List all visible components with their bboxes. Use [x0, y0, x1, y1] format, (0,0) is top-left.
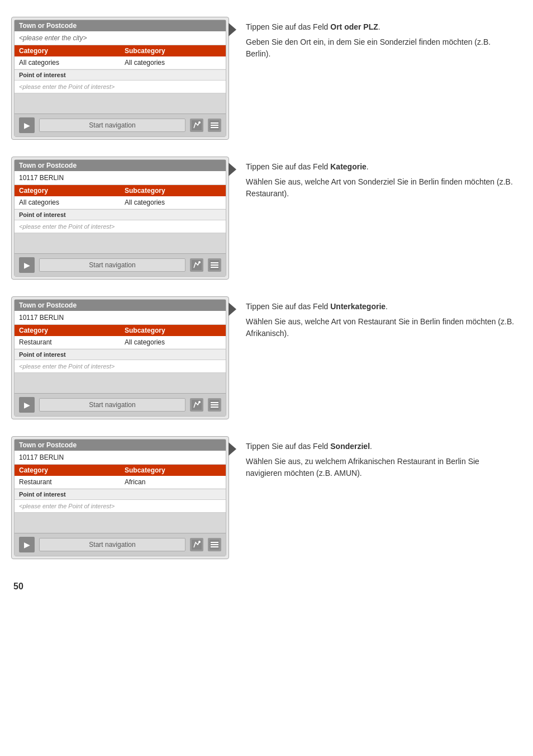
svg-rect-23: [211, 546, 218, 547]
cat-header-row-3: Category Subcategory: [15, 325, 226, 336]
cat-header-row-1: Category Subcategory: [15, 45, 226, 56]
category-value-3[interactable]: Restaurant: [15, 336, 120, 349]
svg-rect-16: [211, 404, 218, 405]
subcategory-header-3: Subcategory: [120, 325, 226, 336]
instruction-row-4: Town or Postcode 10117 BERLIN Category S…: [11, 436, 522, 559]
desc-panel-2: Tippen Sie auf das Feld Kategorie. Wähle…: [240, 157, 522, 207]
desc-panel-4: Tippen Sie auf das Feld Sonderziel. Wähl…: [240, 436, 522, 487]
form-4: Town or Postcode 10117 BERLIN Category S…: [14, 439, 226, 556]
town-postcode-label-3: Town or Postcode: [15, 300, 226, 311]
device-screen-2: Town or Postcode 10117 BERLIN Category S…: [14, 159, 226, 277]
bottom-bar-4: ▶ Start navigation: [15, 533, 226, 556]
town-value-4[interactable]: 10117 BERLIN: [15, 451, 226, 465]
poi-label-1: Point of interest: [15, 69, 226, 81]
svg-rect-11: [211, 267, 218, 268]
device-screen-1: Town or Postcode <please enter the city>…: [14, 20, 226, 137]
device-panel-1: Town or Postcode <please enter the city>…: [11, 17, 229, 140]
poi-input-4[interactable]: <please enter the Point of interest>: [15, 500, 226, 513]
svg-rect-9: [211, 262, 218, 263]
map-icon-2: [190, 258, 203, 272]
desc-text-2: Tippen Sie auf das Feld Kategorie.: [246, 161, 516, 173]
desc-body-4: Wählen Sie aus, zu welchem Afrikanischen…: [246, 456, 516, 479]
category-header-1: Category: [15, 45, 120, 56]
cat-header-row-4: Category Subcategory: [15, 465, 226, 476]
device-screen-3: Town or Postcode 10117 BERLIN Category S…: [14, 299, 226, 417]
svg-point-19: [198, 541, 201, 543]
cat-value-row-3: Restaurant All categories: [15, 336, 226, 349]
nav-arrow-icon-2: ▶: [19, 257, 35, 273]
field-name-2: Kategorie: [330, 162, 367, 171]
list-icon-3: [208, 398, 221, 412]
svg-point-7: [198, 261, 201, 263]
cat-value-row-1: All categories All categories: [15, 56, 226, 69]
instruction-row-1: Town or Postcode <please enter the city>…: [11, 17, 522, 140]
category-value-1[interactable]: All categories: [15, 56, 120, 69]
desc-text-3: Tippen Sie auf das Feld Unterkategorie.: [246, 301, 516, 313]
svg-rect-17: [211, 407, 218, 408]
subcategory-value-2[interactable]: All categories: [120, 196, 226, 209]
subcategory-header-4: Subcategory: [120, 465, 226, 476]
desc-text-1: Tippen Sie auf das Feld Ort oder PLZ.: [246, 21, 516, 33]
list-icon-2: [208, 258, 221, 272]
field-name-1: Ort oder PLZ: [330, 22, 378, 31]
device-panel-4: Town or Postcode 10117 BERLIN Category S…: [11, 436, 229, 559]
nav-arrow-icon-1: ▶: [19, 117, 35, 133]
subcategory-header-2: Subcategory: [120, 185, 226, 196]
svg-rect-15: [211, 402, 218, 403]
device-screen-4: Town or Postcode 10117 BERLIN Category S…: [14, 439, 226, 556]
category-header-3: Category: [15, 325, 120, 336]
town-value-2[interactable]: 10117 BERLIN: [15, 171, 226, 185]
instruction-row-3: Town or Postcode 10117 BERLIN Category S…: [11, 296, 522, 419]
instruction-row-2: Town or Postcode 10117 BERLIN Category S…: [11, 157, 522, 280]
town-value-3[interactable]: 10117 BERLIN: [15, 311, 226, 325]
subcategory-value-3[interactable]: All categories: [120, 336, 226, 349]
category-header-4: Category: [15, 465, 120, 476]
bottom-bar-1: ▶ Start navigation: [15, 114, 226, 136]
page-number: 50: [13, 582, 23, 591]
form-3: Town or Postcode 10117 BERLIN Category S…: [14, 299, 226, 417]
list-icon-4: [208, 538, 221, 551]
category-value-2[interactable]: All categories: [15, 196, 120, 209]
field-name-4: Sonderziel: [330, 442, 370, 451]
poi-input-1[interactable]: <please enter the Point of interest>: [15, 81, 226, 93]
field-name-3: Unterkategorie: [330, 302, 386, 311]
form-1: Town or Postcode <please enter the city>…: [14, 20, 226, 137]
cat-header-row-2: Category Subcategory: [15, 185, 226, 196]
svg-rect-3: [211, 122, 218, 124]
town-input-placeholder-1[interactable]: <please enter the city>: [15, 31, 226, 45]
svg-rect-10: [211, 264, 218, 266]
device-panel-3: Town or Postcode 10117 BERLIN Category S…: [11, 296, 229, 419]
town-postcode-label-2: Town or Postcode: [15, 160, 226, 171]
category-value-4[interactable]: Restaurant: [15, 476, 120, 489]
cat-value-row-2: All categories All categories: [15, 196, 226, 209]
subcategory-value-4[interactable]: African: [120, 476, 226, 489]
desc-body-3: Wählen Sie aus, welche Art von Restauran…: [246, 316, 516, 339]
category-header-2: Category: [15, 185, 120, 196]
desc-body-1: Geben Sie den Ort ein, in dem Sie ein So…: [246, 36, 516, 60]
town-postcode-label-1: Town or Postcode: [15, 20, 226, 31]
svg-point-1: [198, 121, 201, 124]
poi-label-3: Point of interest: [15, 349, 226, 360]
nav-arrow-icon-4: ▶: [19, 537, 35, 552]
map-icon-3: [190, 398, 203, 412]
start-navigation-button-4[interactable]: Start navigation: [39, 538, 185, 551]
poi-input-2[interactable]: <please enter the Point of interest>: [15, 220, 226, 233]
subcategory-header-1: Subcategory: [120, 45, 226, 56]
cat-value-row-4: Restaurant African: [15, 476, 226, 489]
svg-rect-4: [211, 125, 218, 126]
desc-panel-1: Tippen Sie auf das Feld Ort oder PLZ. Ge…: [240, 17, 522, 68]
start-navigation-button-2[interactable]: Start navigation: [39, 258, 185, 272]
svg-rect-21: [211, 542, 218, 543]
start-navigation-button-3[interactable]: Start navigation: [39, 398, 185, 412]
map-icon-1: [190, 119, 203, 132]
map-icon-4: [190, 538, 203, 551]
svg-point-13: [198, 401, 201, 403]
list-icon-1: [208, 119, 221, 132]
subcategory-value-1[interactable]: All categories: [120, 56, 226, 69]
svg-rect-22: [211, 544, 218, 545]
desc-body-2: Wählen Sie aus, welche Art von Sonderzie…: [246, 176, 516, 200]
poi-input-3[interactable]: <please enter the Point of interest>: [15, 360, 226, 373]
desc-text-4: Tippen Sie auf das Feld Sonderziel.: [246, 441, 516, 452]
start-navigation-button-1[interactable]: Start navigation: [39, 119, 185, 132]
nav-arrow-icon-3: ▶: [19, 397, 35, 413]
